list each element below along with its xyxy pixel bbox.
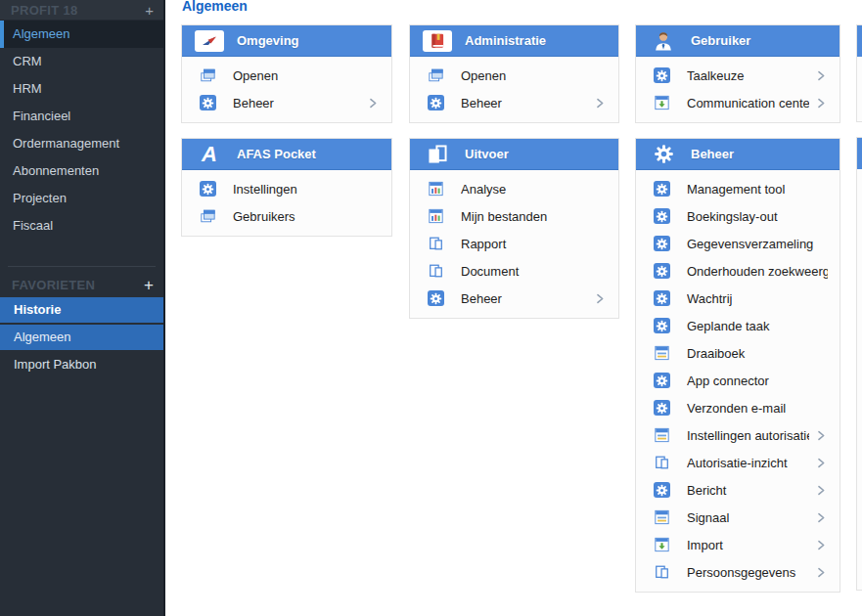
card-gebruiker: Gebruiker Taalkeuze Communication center	[635, 24, 840, 123]
card-title: Gebruiker	[691, 33, 750, 48]
menu-item-openen[interactable]: Openen	[410, 62, 618, 89]
gear-icon	[654, 400, 670, 416]
gear-icon	[654, 263, 670, 279]
chevron-right-icon	[815, 97, 828, 110]
favorites-list: Historie Algemeen Import Pakbon	[0, 297, 163, 377]
gear-icon	[200, 181, 216, 197]
pages-icon	[423, 143, 452, 166]
menu-item-autorisatie-inzicht[interactable]: Autorisatie-inzicht	[636, 449, 839, 476]
sidebar-item-financieel[interactable]: Financieel	[0, 103, 163, 130]
menu-item-instellingen-autorisatie[interactable]: Instellingen autorisatie	[636, 421, 839, 449]
environment-flag-icon	[195, 30, 224, 52]
card-afas-pocket: A AFAS Pocket Instellingen Gebruikers	[181, 138, 392, 237]
menu-item-gebruikers[interactable]: Gebruikers	[182, 202, 391, 230]
menu-column-1: Omgeving Openen Beheer A AFAS Pocket Ins…	[181, 24, 392, 251]
card-administratie-header: Administratie	[410, 25, 618, 57]
add-menu-icon[interactable]: +	[145, 3, 154, 18]
menu-item-app-connector[interactable]: App connector	[636, 367, 839, 394]
sidebar-title: PROFIT 18	[11, 3, 77, 18]
menu-item-geplande-taak[interactable]: Geplande taak	[636, 312, 839, 339]
gear-icon	[654, 482, 670, 498]
menu-item-import[interactable]: Import	[636, 531, 839, 558]
download-icon	[654, 537, 670, 552]
favorite-item-historie[interactable]: Historie	[0, 297, 163, 323]
chevron-right-icon	[815, 566, 828, 579]
menu-item-bericht[interactable]: Bericht	[636, 476, 839, 504]
gear-icon	[428, 95, 444, 110]
card-beheer-header: Beheer	[636, 139, 839, 170]
sidebar-item-abonnementen[interactable]: Abonnementen	[0, 157, 163, 185]
menu-item-beheer[interactable]: Beheer	[182, 89, 391, 116]
menu-column-2: Administratie Openen Beheer Uitvoer Anal	[409, 24, 619, 333]
card-title: Uitvoer	[465, 147, 509, 161]
sidebar-item-hrm[interactable]: HRM	[0, 75, 163, 103]
chevron-right-icon	[815, 457, 828, 469]
sidebar-item-fiscaal[interactable]: Fiscaal	[0, 212, 163, 240]
gear-icon	[200, 95, 216, 110]
sidebar-item-crm[interactable]: CRM	[0, 48, 163, 75]
gear-icon	[654, 373, 670, 388]
windows-icon	[200, 208, 216, 224]
book-icon	[423, 30, 452, 52]
menu-item-wachtrij[interactable]: Wachtrij	[636, 285, 839, 312]
menu-item-boekingslay-out[interactable]: Boekingslay-out	[636, 202, 839, 230]
gear-icon	[428, 290, 444, 306]
gear-icon	[654, 236, 670, 251]
menu-item-document[interactable]: Document	[410, 257, 618, 285]
menu-item-beheer[interactable]: Beheer	[410, 89, 618, 116]
sidebar-menu: Algemeen CRM HRM Financieel Ordermanagem…	[0, 21, 163, 240]
menu-item-gegevensverzameling[interactable]: Gegevensverzameling	[636, 230, 839, 257]
menu-item-instellingen[interactable]: Instellingen	[182, 175, 391, 202]
gear-icon	[654, 290, 670, 306]
sidebar-item-projecten[interactable]: Projecten	[0, 185, 163, 212]
favorite-item-algemeen[interactable]: Algemeen	[0, 325, 163, 350]
sidebar-item-algemeen[interactable]: Algemeen	[0, 21, 163, 48]
pages-outline-icon	[654, 455, 670, 470]
menu-item-onderhouden-zoekweergaven[interactable]: Onderhouden zoekweergaven	[636, 257, 839, 285]
card-beheer: Beheer Management tool Boekingslay-out G…	[635, 138, 840, 593]
chevron-right-icon	[815, 511, 828, 524]
page-title: Algemeen	[182, 0, 248, 14]
menu-item-beheer[interactable]: Beheer	[410, 285, 618, 312]
add-favorite-icon[interactable]: +	[144, 277, 154, 293]
sidebar-header: PROFIT 18 +	[0, 0, 163, 21]
gear-outline-icon	[649, 143, 678, 166]
gear-icon	[654, 208, 670, 224]
menu-item-persoonsgegevens[interactable]: Persoonsgegevens	[636, 558, 839, 586]
clipped-card-bottom	[856, 137, 862, 591]
card-omgeving: Omgeving Openen Beheer	[181, 24, 392, 123]
card-afas-pocket-header: A AFAS Pocket	[182, 139, 391, 170]
menu-item-signaal[interactable]: Signaal	[636, 504, 839, 531]
list-icon	[654, 509, 670, 525]
menu-item-mijn-bestanden[interactable]: Mijn bestanden	[410, 202, 618, 230]
menu-item-management-tool[interactable]: Management tool	[636, 175, 839, 202]
chevron-right-icon	[594, 292, 607, 305]
sidebar-item-ordermanagement[interactable]: Ordermanagement	[0, 130, 163, 157]
favorites-title: FAVORIETEN	[12, 278, 95, 292]
menu-column-4-clipped	[856, 24, 862, 605]
menu-item-taalkeuze[interactable]: Taalkeuze	[636, 62, 839, 89]
chevron-right-icon	[815, 429, 828, 442]
chevron-right-icon	[815, 69, 828, 82]
menu-item-draaiboek[interactable]: Draaiboek	[636, 339, 839, 367]
windows-icon	[428, 67, 444, 83]
menu-item-verzonden-e-mail[interactable]: Verzonden e-mail	[636, 394, 839, 421]
favorite-item-import-pakbon[interactable]: Import Pakbon	[0, 352, 163, 377]
afas-a-icon: A	[195, 143, 224, 166]
windows-icon	[200, 67, 216, 83]
chevron-right-icon	[594, 97, 607, 110]
list-icon	[654, 427, 670, 443]
menu-item-rapport[interactable]: Rapport	[410, 230, 618, 257]
card-omgeving-header: Omgeving	[182, 25, 391, 57]
clipped-card-top	[856, 24, 862, 122]
gear-icon	[654, 318, 670, 333]
menu-item-analyse[interactable]: Analyse	[410, 175, 618, 202]
card-title: Omgeving	[237, 33, 299, 48]
card-gebruiker-header: Gebruiker	[636, 25, 839, 57]
pages-outline-icon	[428, 236, 444, 251]
favorites-header: FAVORIETEN +	[0, 272, 163, 297]
menu-item-communication-center[interactable]: Communication center	[636, 89, 839, 116]
menu-item-openen[interactable]: Openen	[182, 62, 391, 89]
card-title: Administratie	[465, 33, 546, 48]
menu-column-3: Gebruiker Taalkeuze Communication center…	[635, 24, 840, 607]
